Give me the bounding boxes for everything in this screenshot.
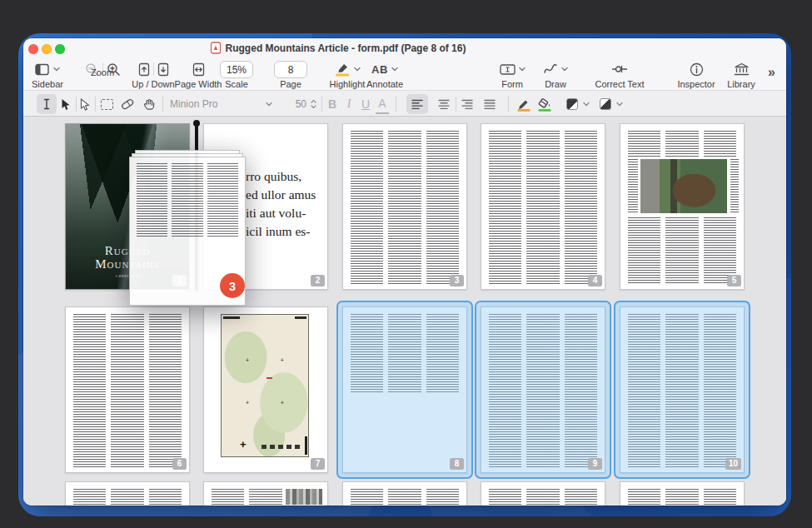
draw-squiggle-icon [543,63,558,75]
annotate-button[interactable]: AB Annotate [363,60,406,89]
page-thumbnail-10[interactable]: 10 [620,306,745,473]
page-width-button[interactable]: Page Width [172,60,225,89]
pdf-file-icon [211,42,222,54]
page-thumbnail-12[interactable] [203,481,328,506]
highlight-marker-icon [334,62,351,77]
fill-color-button[interactable] [536,94,554,114]
font-size-field[interactable]: 50 [290,94,306,114]
page-thumbnail-6[interactable]: 6 [65,306,190,473]
page-thumbnail-13[interactable] [342,481,467,506]
paint-bucket-icon [537,97,552,112]
selected-page-10[interactable]: 10 [614,301,750,479]
info-circle-icon [690,62,704,77]
inspector-button[interactable]: Inspector [671,60,721,89]
close-button[interactable] [28,44,38,54]
eraser-tool-button[interactable] [119,94,136,114]
topo-map: + + + + + [221,314,309,457]
cursor-arrow-icon [61,98,71,111]
sidebar-button[interactable]: Sidebar [23,60,72,89]
align-center-icon [438,99,450,110]
page-thumbnail-9[interactable]: 9 [481,306,605,473]
align-justify-button[interactable] [481,94,499,114]
swatch-light-icon [600,98,611,110]
text-tool-button[interactable] [37,94,57,114]
selected-page-9[interactable]: 9 [475,301,611,479]
align-right-icon [461,99,473,110]
main-toolbar: Sidebar Zoom Up / Down [23,58,786,90]
chevron-down-icon [391,67,398,72]
app-window: Rugged Mountains Article - form.pdf (Pag… [23,38,786,506]
drag-ghost[interactable]: 3 [129,150,246,306]
minimize-button[interactable] [42,44,52,54]
hand-tool-button[interactable] [141,94,157,114]
draw-button[interactable]: Draw [535,60,576,89]
border-style-chevron-icon[interactable] [582,94,590,114]
titlebar: Rugged Mountains Article - form.pdf (Pag… [23,38,786,58]
page-thumbnail-5[interactable]: 5 [620,123,745,290]
page-badge: 7 [311,458,325,470]
page-badge: 5 [727,275,741,286]
zoom-group: Zoom [78,60,127,77]
page-badge: 8 [450,458,464,470]
hand-icon [142,97,156,111]
page-down-icon[interactable] [157,62,169,77]
marquee-select-icon [101,99,113,110]
bold-button[interactable]: B [324,94,341,114]
select-tool-button[interactable] [58,94,73,114]
underline-button[interactable]: U [357,94,374,114]
annotate-ab-icon: AB [371,63,388,76]
ibeam-cursor-icon [42,97,52,111]
page-thumbnail-15[interactable] [620,481,745,506]
align-center-button[interactable] [435,94,453,114]
page-badge: 2 [311,275,325,286]
thumbnail-grid: Rugged Mountains a short story 1 rro qui… [23,117,786,506]
select-object-tool-button[interactable] [77,94,92,114]
cursor-arrow-outline-icon [80,98,90,111]
page-badge: 9 [588,458,602,470]
page-badge: 3 [450,275,464,286]
page-thumbnail-11[interactable] [65,481,190,506]
scale-input[interactable]: 15% [220,61,253,78]
page-up-icon[interactable] [138,62,150,77]
align-right-button[interactable] [458,94,476,114]
page-badge: 6 [172,458,187,470]
sidebar-icon [35,63,50,76]
page-badge: 4 [588,275,602,286]
page-thumbnail-4[interactable]: 4 [481,123,605,290]
page-control: 8 Page [271,60,310,89]
pencil-icon [516,97,531,112]
text-color-button[interactable]: A [376,94,389,114]
italic-button[interactable]: I [341,94,357,114]
up-down-group: Up / Down [128,60,178,89]
drag-count-badge: 3 [220,273,245,298]
border-style-swatch[interactable] [565,94,580,114]
forest-photo [350,399,460,466]
marquee-select-button[interactable] [98,94,115,114]
chevron-down-icon [561,67,568,72]
page-thumbnail-7[interactable]: + + + + + 7 [203,306,328,473]
fill-style-swatch[interactable] [598,94,613,114]
form-field-icon [500,63,516,76]
stroke-color-button[interactable] [515,94,533,114]
fill-style-chevron-icon[interactable] [615,94,624,114]
page-number-input[interactable]: 8 [274,61,307,78]
font-family-select[interactable]: Minion Pro [170,94,270,114]
align-left-button[interactable] [406,94,428,114]
eraser-icon [120,97,135,111]
page-thumbnail-3[interactable]: 3 [342,123,467,290]
page-thumbnail-14[interactable] [481,481,605,506]
align-justify-icon [484,99,496,110]
selected-page-8[interactable]: 8 [336,301,473,479]
correct-text-icon [611,63,628,75]
zoom-window-button[interactable] [55,44,65,54]
page-thumbnail-8[interactable]: 8 [342,306,467,473]
format-bar: Minion Pro 50 B I U A [23,90,786,117]
form-button[interactable]: Form [490,60,535,89]
toolbar-overflow-button[interactable]: » [768,65,775,80]
article-heading: rro quibus, ed ullor amus iti aut volu- … [246,167,316,241]
font-size-stepper[interactable] [309,94,317,114]
desktop-wallpaper: Rugged Mountains Article - form.pdf (Pag… [18,33,791,516]
library-button[interactable]: Library [721,60,761,89]
correct-text-button[interactable]: Correct Text [588,60,651,89]
library-building-icon [734,62,750,76]
